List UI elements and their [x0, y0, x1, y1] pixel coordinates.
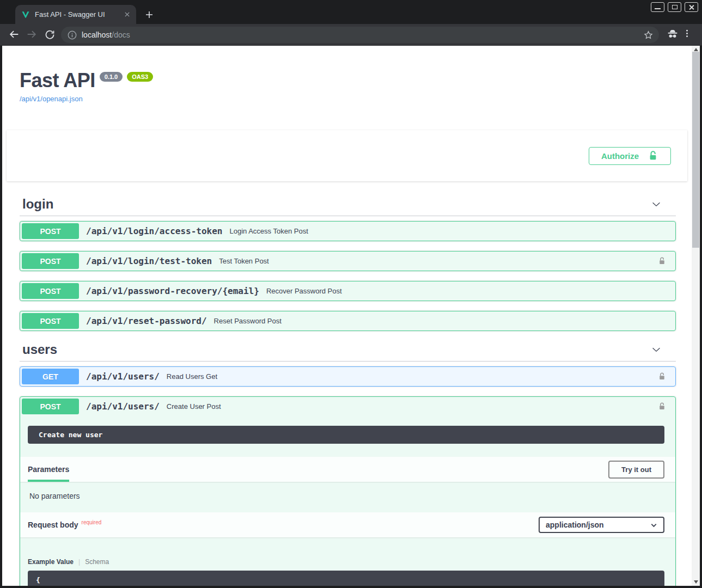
select-caret-icon [650, 521, 658, 529]
op-summary-text: Login Access Token Post [229, 227, 667, 235]
method-badge: POST [22, 399, 79, 414]
version-badge: 0.1.0 [100, 72, 123, 82]
scroll-up-arrow[interactable] [694, 48, 698, 51]
method-badge: POST [22, 283, 79, 299]
unlocked-padlock-icon [648, 150, 658, 161]
method-badge: POST [22, 253, 79, 269]
op-path: /api/v1/reset-password/ [86, 316, 207, 326]
op-path: /api/v1/users/ [86, 371, 160, 382]
fastapi-favicon-icon [21, 10, 30, 19]
authorize-label: Authorize [601, 151, 639, 161]
oas3-badge: OAS3 [127, 72, 153, 82]
scrollbar-thumb[interactable] [692, 52, 699, 248]
request-body-header: Request body required application/json [20, 512, 675, 537]
back-button[interactable] [8, 28, 21, 41]
new-tab-button[interactable] [143, 8, 156, 21]
example-code-block[interactable]: { [28, 571, 664, 586]
tab-title: Fast API - Swagger UI [35, 10, 122, 19]
method-badge: POST [22, 223, 79, 239]
op-summary-row[interactable]: POST /api/v1/login/access-token Login Ac… [20, 222, 675, 241]
openapi-spec-link[interactable]: /api/v1/openapi.json [20, 95, 676, 103]
request-body-label: Request body [28, 520, 78, 529]
op-summary-text: Read Users Get [167, 372, 657, 381]
auth-lock-icon[interactable] [657, 402, 667, 411]
incognito-icon [666, 27, 679, 40]
forward-button[interactable] [25, 28, 38, 41]
tab-schema[interactable]: Schema [85, 558, 109, 566]
op-body: Create new user Parameters Try it out No… [20, 426, 675, 586]
op-summary-row[interactable]: GET /api/v1/users/ Read Users Get [20, 367, 675, 386]
op-path: /api/v1/password-recovery/{email} [86, 286, 259, 296]
browser-window: Fast API - Swagger UI localhost/docs [0, 0, 702, 588]
authorize-button[interactable]: Authorize [589, 147, 671, 165]
opblock-login-test-token: POST /api/v1/login/test-token Test Token… [20, 251, 676, 271]
maximize-button[interactable] [668, 2, 681, 12]
tag-header-users[interactable]: users [20, 342, 676, 362]
op-summary-row[interactable]: POST /api/v1/reset-password/ Reset Passw… [20, 311, 675, 330]
op-path: /api/v1/login/test-token [86, 256, 212, 266]
tag-name: users [22, 342, 57, 357]
url-host: localhost [82, 30, 112, 39]
method-badge: GET [22, 369, 79, 384]
opblock-create-user: POST /api/v1/users/ Create User Post Cre… [20, 396, 676, 586]
op-path: /api/v1/users/ [86, 401, 160, 412]
opblock-read-users: GET /api/v1/users/ Read Users Get [20, 366, 676, 387]
bookmark-star-icon[interactable] [643, 30, 654, 40]
api-info: Fast API 0.1.0 OAS3 [20, 71, 676, 90]
titlebar: Fast API - Swagger UI [0, 0, 702, 24]
site-info-icon[interactable] [68, 30, 77, 40]
browser-tab[interactable]: Fast API - Swagger UI [15, 5, 136, 24]
op-summary-row[interactable]: POST /api/v1/users/ Create User Post [20, 397, 675, 416]
content-type-value: application/json [546, 520, 604, 529]
op-summary-text: Create User Post [167, 402, 657, 411]
tab-divider: | [78, 558, 80, 566]
tab-example-value[interactable]: Example Value [28, 558, 74, 566]
address-bar[interactable]: localhost/docs [61, 27, 659, 43]
op-summary-row[interactable]: POST /api/v1/login/test-token Test Token… [20, 252, 675, 271]
close-icon [688, 4, 694, 10]
page-content: Fast API 0.1.0 OAS3 /api/v1/openapi.json… [2, 46, 692, 586]
tab-close-icon[interactable] [122, 10, 132, 20]
opblock-password-recovery: POST /api/v1/password-recovery/{email} R… [20, 281, 676, 301]
chevron-down-icon[interactable] [650, 344, 662, 356]
close-button[interactable] [685, 2, 698, 12]
maximize-icon [672, 5, 677, 9]
opblock-reset-password: POST /api/v1/reset-password/ Reset Passw… [20, 311, 676, 331]
minimize-button[interactable] [651, 2, 664, 12]
opblock-login-access-token: POST /api/v1/login/access-token Login Ac… [20, 221, 676, 241]
minimize-icon [655, 8, 661, 9]
chevron-down-icon[interactable] [650, 198, 662, 210]
url-path: /docs [112, 30, 130, 39]
operation-description: Create new user [28, 426, 664, 444]
scheme-container: Authorize [7, 130, 687, 181]
auth-lock-icon[interactable] [657, 372, 667, 381]
required-label: required [82, 519, 102, 525]
content-type-select[interactable]: application/json [539, 517, 664, 533]
method-badge: POST [22, 313, 79, 329]
page-title: Fast API [20, 71, 95, 90]
parameters-tab[interactable]: Parameters [28, 457, 69, 482]
tag-name: login [22, 197, 53, 212]
model-example-tabs: Example Value | Schema [28, 558, 675, 566]
window-controls [651, 2, 698, 12]
page-scrollbar[interactable] [692, 46, 700, 586]
parameters-header: Parameters Try it out [20, 457, 675, 482]
try-it-out-button[interactable]: Try it out [608, 461, 664, 479]
op-summary-row[interactable]: POST /api/v1/password-recovery/{email} R… [20, 281, 675, 301]
reload-button[interactable] [43, 28, 56, 41]
op-summary-text: Reset Password Post [214, 317, 667, 325]
scroll-down-arrow[interactable] [694, 580, 698, 584]
tag-header-login[interactable]: login [20, 197, 676, 216]
op-path: /api/v1/login/access-token [86, 226, 222, 236]
op-summary-text: Test Token Post [219, 257, 657, 265]
auth-lock-icon[interactable] [657, 256, 667, 266]
no-parameters-text: No parameters [20, 482, 675, 512]
op-summary-text: Recover Password Post [266, 287, 667, 295]
menu-kebab-icon[interactable] [681, 28, 693, 39]
